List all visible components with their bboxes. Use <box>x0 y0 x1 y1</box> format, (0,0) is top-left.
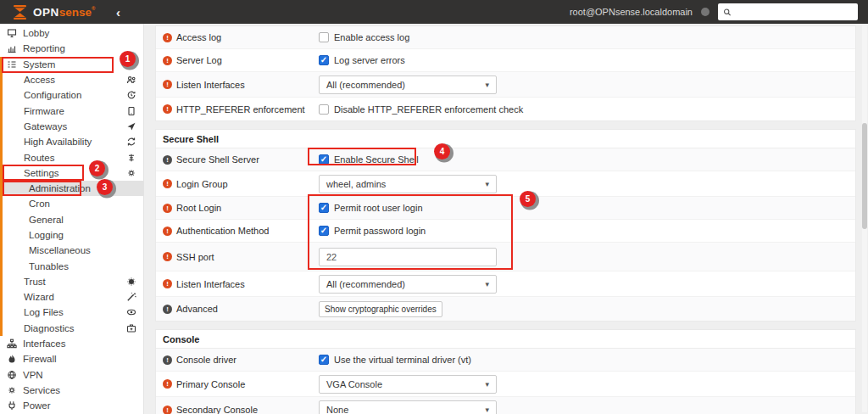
field-label: Advanced <box>176 304 218 314</box>
status-dot-icon[interactable] <box>701 8 709 16</box>
sidebar-item-system[interactable]: System <box>0 57 143 72</box>
sidebar-item-diagnostics[interactable]: Diagnostics <box>0 321 143 336</box>
sidebar-item-firewall[interactable]: Firewall <box>0 351 143 366</box>
sidebar-item-high-availability[interactable]: High Availability <box>0 134 143 149</box>
info-icon[interactable]: ! <box>163 279 172 288</box>
field-label: Server Log <box>176 55 222 65</box>
sidebar-item-reporting[interactable]: Reporting <box>0 41 143 56</box>
field-label: HTTP_REFERER enforcement <box>176 104 305 115</box>
sidebar-item-label: Tunables <box>29 261 69 271</box>
form-row-ssh-port: !SSH port <box>156 243 855 271</box>
info-icon[interactable]: ! <box>163 406 172 414</box>
interfaces-icon <box>7 338 17 349</box>
sidebar-item-settings[interactable]: Settings <box>0 165 143 181</box>
sidebar-item-trust[interactable]: Trust <box>0 274 143 289</box>
field-label: SSH port <box>176 252 214 262</box>
select-value: None <box>326 405 348 414</box>
http-referer-enforcement-checkbox[interactable] <box>319 104 329 115</box>
wand-icon <box>126 292 136 302</box>
sidebar-item-label: Miscellaneous <box>29 245 91 255</box>
field-label: Primary Console <box>176 379 245 389</box>
sidebar-item-interfaces[interactable]: Interfaces <box>0 336 143 351</box>
form-row-secure-shell-server: !Secure Shell ServerEnable Secure Shell <box>156 148 855 171</box>
authentication-method-checkbox[interactable] <box>319 226 329 236</box>
firmware-icon <box>126 106 136 116</box>
info-icon[interactable]: ! <box>163 355 172 365</box>
form-row-http-referer-enforcement: !HTTP_REFERER enforcementDisable HTTP_RE… <box>156 98 855 120</box>
sidebar-item-tunables[interactable]: Tunables <box>0 258 143 273</box>
form-row-server-log: !Server LogLog server errors <box>156 49 855 72</box>
sidebar-item-label: Cron <box>29 199 50 209</box>
info-icon[interactable]: ! <box>163 80 172 89</box>
info-icon[interactable]: ! <box>163 155 172 165</box>
section-header-console: Console <box>156 330 855 349</box>
info-icon[interactable]: ! <box>163 179 172 188</box>
sidebar-item-wizard[interactable]: Wizard <box>0 289 143 305</box>
sidebar-item-label: Trust <box>24 277 46 287</box>
sidebar-item-firmware[interactable]: Firmware <box>0 103 143 118</box>
sidebar-item-label: Wizard <box>24 292 54 302</box>
sidebar-item-power[interactable]: Power <box>0 398 143 413</box>
field-label: Login Group <box>176 179 228 189</box>
sidebar-item-label: Services <box>23 385 60 395</box>
certificate-icon <box>126 277 136 287</box>
chevron-down-icon: ▾ <box>485 81 489 89</box>
sidebar-item-gateways[interactable]: Gateways <box>0 119 143 134</box>
chevron-down-icon: ▾ <box>485 180 489 188</box>
sidebar-item-label: Lobby <box>23 28 49 38</box>
sidebar-item-access[interactable]: Access <box>0 72 143 87</box>
sidebar-item-logging[interactable]: Logging <box>0 227 143 243</box>
server-log-checkbox[interactable] <box>319 55 329 65</box>
info-icon[interactable]: ! <box>163 305 172 314</box>
sidebar-item-general[interactable]: General <box>0 212 143 227</box>
chevron-down-icon: ▾ <box>485 280 489 288</box>
select-value: All (recommended) <box>326 279 405 289</box>
form-row-authentication-method: !Authentication MethodPermit password lo… <box>156 220 855 243</box>
sidebar-item-label: Configuration <box>24 90 81 100</box>
info-icon[interactable]: ! <box>163 252 172 261</box>
listen-interfaces-select[interactable]: All (recommended)▾ <box>319 76 497 94</box>
sidebar-item-configuration[interactable]: Configuration <box>0 87 143 103</box>
console-driver-checkbox[interactable] <box>319 355 329 365</box>
history-icon <box>126 90 136 100</box>
search-input[interactable] <box>735 7 853 17</box>
show-cryptographic-overrides-button[interactable]: Show cryptographic overrides <box>319 301 442 317</box>
checkbox-label: Enable access log <box>334 32 409 42</box>
routes-icon <box>126 153 136 163</box>
sidebar-item-label: Gateways <box>24 121 67 131</box>
info-icon[interactable]: ! <box>163 227 172 236</box>
info-icon[interactable]: ! <box>163 104 172 114</box>
select-value: All (recommended) <box>326 80 405 90</box>
checkbox-label: Log server errors <box>334 55 405 65</box>
sidebar-item-label: Administration <box>29 183 91 193</box>
info-icon[interactable]: ! <box>163 204 172 213</box>
sidebar-item-services[interactable]: Services <box>0 383 143 398</box>
sidebar-item-log-files[interactable]: Log Files <box>0 305 143 320</box>
info-icon[interactable]: ! <box>163 56 172 65</box>
secondary-console-select[interactable]: None▾ <box>319 400 497 414</box>
sidebar-item-cron[interactable]: Cron <box>0 196 143 211</box>
sidebar-collapse-chevron-icon[interactable]: ‹ <box>116 6 120 19</box>
sidebar-item-miscellaneous[interactable]: Miscellaneous <box>0 243 143 258</box>
secure-shell-server-checkbox[interactable] <box>319 154 329 165</box>
sidebar-nav: LobbyReportingSystemAccessConfigurationF… <box>0 24 144 414</box>
search-box[interactable] <box>718 3 858 20</box>
ssh-port-input[interactable] <box>319 248 497 266</box>
info-icon[interactable]: ! <box>163 33 172 42</box>
sidebar-item-routes[interactable]: Routes <box>0 149 143 165</box>
sidebar-item-vpn[interactable]: VPN <box>0 367 143 383</box>
info-icon[interactable]: ! <box>163 379 172 389</box>
primary-console-select[interactable]: VGA Console▾ <box>319 375 497 394</box>
sidebar-item-administration[interactable]: Administration <box>0 181 143 196</box>
vpn-icon <box>7 370 17 380</box>
form-row-access-log: !Access logEnable access log <box>156 26 855 49</box>
listen-interfaces-select[interactable]: All (recommended)▾ <box>319 275 497 294</box>
sidebar-item-label: System <box>23 59 55 70</box>
scrollbar-thumb[interactable] <box>862 123 867 229</box>
opnsense-logo[interactable]: OPNsense® <box>12 4 96 20</box>
login-group-select[interactable]: wheel, admins▾ <box>319 175 497 193</box>
access-log-checkbox[interactable] <box>319 32 329 42</box>
sidebar-item-lobby[interactable]: Lobby <box>0 25 143 41</box>
root-login-checkbox[interactable] <box>319 203 329 213</box>
checkbox-label: Permit root user login <box>334 203 423 213</box>
